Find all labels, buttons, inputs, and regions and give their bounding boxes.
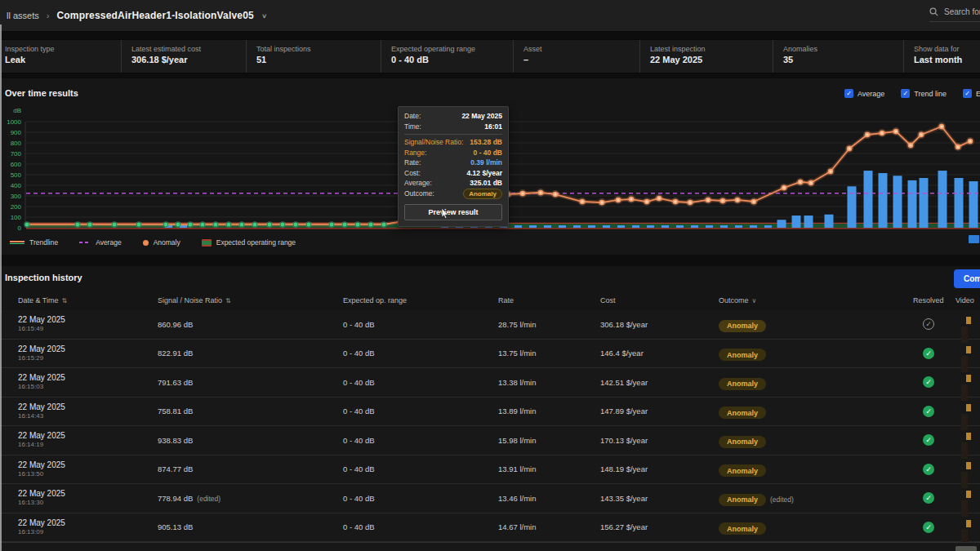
resolved-done-icon[interactable]: ✓ (923, 522, 934, 533)
inspection-history-title: Inspection history (5, 273, 82, 282)
cell-expected-range: 0 - 40 dB (343, 407, 498, 415)
tooltip-value: 22 May 2025 (461, 111, 502, 122)
column-header-date-time[interactable]: Date & Time⇅ (18, 296, 158, 304)
stat-anomalies: Anomalies 35 (773, 40, 903, 73)
stat-asset: Asset – (513, 40, 639, 73)
stat-label: Latest inspection (650, 45, 773, 54)
cell-cost: 147.89 $/year (600, 407, 719, 415)
search-icon (929, 7, 938, 16)
resolved-done-icon[interactable]: ✓ (923, 348, 934, 359)
checkbox-expected-operating-range[interactable]: ✓ Expected operating range (963, 89, 980, 98)
table-row[interactable]: 22 May 2025 16:14:43 758.81 dB 0 - 40 dB… (0, 398, 980, 427)
sort-icon[interactable]: ⇅ (225, 297, 231, 304)
compare-button[interactable]: Compare (954, 269, 980, 288)
checkbox-average[interactable]: ✓ Average (844, 89, 884, 98)
date-text: 22 May 2025 (18, 460, 158, 470)
column-header-rate: Rate (498, 296, 600, 304)
table-row[interactable]: 22 May 2025 16:13:50 874.77 dB 0 - 40 dB… (0, 455, 980, 485)
checkbox-label: Expected operating range (976, 90, 980, 98)
column-label: Video (956, 296, 974, 304)
date-text: 22 May 2025 (18, 373, 158, 383)
stat-latest-inspection: Latest inspection 22 May 2025 (639, 40, 773, 73)
column-label: Cost (600, 296, 616, 304)
cell-date-time: 22 May 2025 16:14:19 (18, 431, 158, 449)
cell-cost: 170.13 $/year (600, 436, 719, 445)
table-row[interactable]: 22 May 2025 16:15:03 791.63 dB 0 - 40 dB… (0, 368, 980, 398)
legend-anomaly: Anomaly (143, 238, 180, 247)
table-row[interactable]: 22 May 2025 16:14:19 938.83 dB 0 - 40 dB… (0, 426, 980, 455)
tooltip-value: 16:01 (484, 122, 502, 132)
resolved-done-icon[interactable]: ✓ (923, 464, 934, 475)
column-header-signal-noise-ratio[interactable]: Signal / Noise Ratio⇅ (158, 296, 343, 304)
table-row[interactable]: 22 May 2025 16:15:29 822.91 dB 0 - 40 dB… (0, 340, 980, 369)
sort-icon[interactable]: ⇅ (62, 297, 68, 304)
cell-outcome: Anomaly (719, 317, 913, 332)
anomaly-badge: Anomaly (719, 407, 766, 419)
checkbox-label: Average (858, 90, 884, 98)
edited-note: (edited) (770, 495, 794, 504)
tooltip-label: Range: (404, 148, 426, 158)
chevron-down-icon[interactable]: ∨ (261, 12, 267, 20)
edited-note: (edited) (197, 495, 220, 503)
cell-resolved: ✓ (913, 406, 956, 417)
column-label: Date & Time (18, 296, 59, 304)
column-label: Resolved (913, 296, 944, 304)
preview-result-button[interactable]: Preview result (404, 204, 502, 220)
resolved-done-icon[interactable]: ✓ (923, 492, 934, 504)
resolved-done-icon[interactable]: ✓ (923, 434, 934, 446)
chart-legend: Trendline Average Anomaly Expected opera… (10, 238, 296, 247)
cell-rate: 13.46 l/min (498, 494, 600, 503)
tooltip-row-time-: Time:16:01 (404, 122, 502, 132)
asset-name-dropdown[interactable]: CompressedAirHeader1-IsolationValve05 (56, 10, 254, 21)
table-row[interactable]: 22 May 2025 16:15:49 860.96 dB 0 - 40 dB… (0, 310, 980, 340)
checkbox-checked-icon[interactable]: ✓ (963, 89, 972, 98)
tooltip-row-rate-: Rate:0.39 l/min (404, 158, 502, 168)
cell-expected-range: 0 - 40 dB (343, 378, 498, 387)
svg-text:600: 600 (11, 161, 22, 168)
time-text: 16:13:50 (18, 470, 158, 478)
svg-text:1000: 1000 (7, 118, 21, 126)
column-label: Expected op. range (343, 296, 407, 304)
cell-rate: 13.75 l/min (498, 349, 600, 358)
svg-text:0: 0 (18, 224, 22, 232)
breadcrumb-all-assets[interactable]: ll assets (7, 11, 39, 20)
column-header-outcome[interactable]: Outcome∨ (719, 296, 913, 304)
resolved-pending-icon[interactable]: ✓ (923, 318, 934, 330)
chevron-down-icon[interactable]: ∨ (752, 297, 757, 304)
table-row-partial (0, 542, 980, 551)
tooltip-value: 325.01 dB (470, 178, 502, 189)
stat-show-data-for[interactable]: Show data for Last month (903, 40, 980, 73)
column-header-resolved: Resolved (913, 296, 956, 304)
legend-dot-swatch-icon (143, 240, 149, 246)
window-left-edge (0, 24, 2, 551)
stat-label: Latest estimated cost (131, 45, 246, 54)
legend-label: Anomaly (154, 238, 180, 247)
cell-date-time: 22 May 2025 16:13:50 (18, 460, 158, 478)
table-row[interactable]: 22 May 2025 16:13:30 778.94 dB(edited) 0… (0, 484, 980, 513)
cell-snr: 905.13 dB (158, 522, 343, 531)
svg-text:700: 700 (11, 150, 22, 158)
column-header-cost: Cost (600, 296, 719, 304)
stat-value: 51 (256, 54, 381, 66)
resolved-done-icon[interactable]: ✓ (923, 376, 934, 388)
cell-rate: 13.89 l/min (498, 407, 600, 415)
chart-scrollbar-handle[interactable] (969, 235, 979, 243)
table-row[interactable]: 22 May 2025 16:13:09 905.13 dB 0 - 40 dB… (0, 513, 980, 543)
checkbox-checked-icon[interactable]: ✓ (844, 89, 853, 98)
search-input[interactable]: Search for a (929, 7, 980, 22)
checkbox-trend-line[interactable]: ✓ Trend line (901, 89, 947, 98)
svg-text:500: 500 (11, 171, 22, 179)
time-text: 16:15:03 (18, 383, 158, 391)
time-text: 16:13:09 (18, 528, 158, 536)
stat-value[interactable]: Last month (914, 54, 980, 66)
stat-label: Anomalies (783, 45, 903, 54)
tooltip-row-outcome-: Outcome:Anomaly (404, 189, 502, 199)
stat-value: 22 May 2025 (650, 54, 773, 66)
resolved-done-icon[interactable]: ✓ (923, 406, 934, 417)
chart-title: Over time results (5, 88, 78, 98)
anomaly-badge: Anomaly (719, 464, 766, 477)
svg-text:300: 300 (11, 193, 22, 200)
stat-total-inspections: Total inspections 51 (246, 40, 381, 73)
anomaly-badge: Anomaly (719, 436, 766, 448)
checkbox-checked-icon[interactable]: ✓ (901, 89, 910, 98)
